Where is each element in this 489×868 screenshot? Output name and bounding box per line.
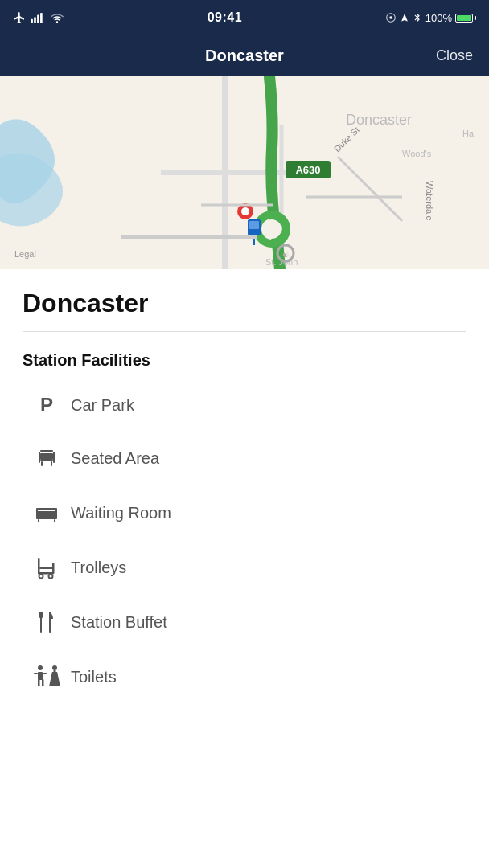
- svg-rect-3: [40, 13, 43, 23]
- svg-point-10: [262, 219, 281, 239]
- svg-rect-60: [38, 679, 40, 686]
- map-svg: A630 Duke St Waterdale Doncaster Wood's …: [0, 76, 489, 269]
- car-park-icon: P: [23, 394, 71, 416]
- svg-text:Ha: Ha: [462, 129, 475, 138]
- svg-text:Wood's: Wood's: [402, 149, 432, 158]
- svg-point-52: [49, 575, 53, 579]
- svg-rect-35: [40, 460, 53, 461]
- svg-rect-56: [40, 616, 42, 620]
- status-bar: 09:41 100%: [0, 0, 489, 35]
- toilets-icon: [23, 664, 71, 690]
- svg-rect-63: [43, 673, 47, 674]
- facility-toilets: Toilets: [23, 649, 466, 704]
- svg-point-64: [52, 665, 57, 670]
- svg-rect-38: [39, 452, 40, 463]
- arrow-icon: [400, 12, 409, 23]
- svg-text:Waterdale: Waterdale: [425, 181, 434, 221]
- facility-car-park: P Car Park: [23, 379, 466, 431]
- car-park-label: Car Park: [71, 396, 134, 415]
- svg-rect-45: [36, 508, 38, 519]
- svg-rect-43: [38, 519, 39, 522]
- svg-rect-42: [37, 518, 56, 519]
- waiting-room-label: Waiting Room: [71, 504, 171, 522]
- status-time: 09:41: [208, 10, 242, 25]
- svg-rect-50: [39, 567, 54, 569]
- bluetooth-icon: [413, 12, 422, 23]
- seated-area-label: Seated Area: [71, 449, 159, 468]
- svg-text:☯: ☯: [282, 251, 289, 259]
- facility-waiting-room: Waiting Room: [23, 485, 466, 540]
- svg-rect-55: [42, 612, 43, 618]
- svg-point-22: [241, 207, 249, 215]
- location-icon: [385, 12, 397, 23]
- svg-text:A630: A630: [295, 164, 320, 176]
- svg-rect-1: [34, 17, 36, 23]
- svg-rect-66: [54, 670, 56, 673]
- facilities-list: P Car Park Seated Area: [23, 379, 466, 704]
- svg-rect-37: [51, 461, 52, 466]
- status-left: [13, 11, 64, 24]
- svg-rect-54: [39, 612, 40, 618]
- facility-trolleys: Trolleys: [23, 540, 466, 595]
- svg-rect-53: [40, 612, 42, 633]
- divider: [23, 331, 466, 332]
- svg-rect-0: [31, 19, 33, 23]
- svg-rect-44: [54, 519, 55, 522]
- svg-rect-24: [249, 221, 259, 229]
- svg-rect-41: [37, 511, 56, 518]
- svg-rect-40: [37, 508, 56, 510]
- svg-rect-2: [37, 15, 39, 24]
- trolleys-icon: [23, 555, 71, 580]
- battery-percent: 100%: [425, 12, 452, 24]
- svg-rect-61: [42, 679, 44, 686]
- svg-rect-46: [55, 508, 57, 519]
- facility-seated-area: Seated Area: [23, 431, 466, 485]
- map-container[interactable]: A630 Duke St Waterdale Doncaster Wood's …: [0, 76, 489, 269]
- facilities-title: Station Facilities: [23, 351, 466, 370]
- status-right: 100%: [385, 12, 476, 24]
- svg-point-4: [389, 16, 392, 19]
- svg-rect-39: [53, 452, 55, 463]
- close-button[interactable]: Close: [436, 47, 473, 64]
- svg-rect-33: [40, 450, 53, 452]
- station-buffet-label: Station Buffet: [71, 613, 167, 632]
- svg-rect-47: [38, 558, 40, 574]
- app-header: Doncaster Close: [0, 35, 489, 76]
- facility-station-buffet: Station Buffet: [23, 595, 466, 649]
- battery-icon: [455, 14, 476, 23]
- header-title: Doncaster: [205, 47, 284, 65]
- station-section: Doncaster Station Facilities P Car Park: [0, 269, 489, 710]
- svg-point-58: [38, 665, 43, 670]
- svg-text:Doncaster: Doncaster: [346, 112, 412, 128]
- svg-rect-62: [34, 673, 38, 674]
- airplane-icon: [13, 11, 26, 24]
- station-name: Doncaster: [23, 289, 466, 318]
- svg-rect-36: [41, 461, 43, 466]
- svg-text:Legal: Legal: [14, 249, 36, 259]
- station-buffet-icon: [23, 609, 71, 635]
- signal-icon: [31, 12, 45, 23]
- toilets-label: Toilets: [71, 668, 117, 686]
- trolleys-label: Trolleys: [71, 559, 126, 577]
- svg-marker-65: [49, 672, 60, 686]
- svg-rect-34: [40, 453, 53, 460]
- svg-rect-59: [38, 672, 43, 680]
- wifi-icon: [50, 12, 64, 23]
- seated-area-icon: [23, 445, 71, 471]
- waiting-room-icon: [23, 500, 71, 526]
- svg-point-51: [39, 575, 43, 579]
